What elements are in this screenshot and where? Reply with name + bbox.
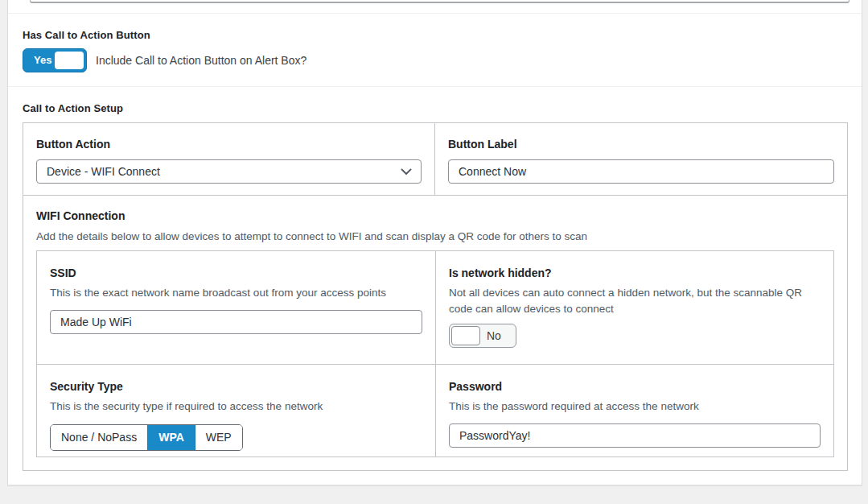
cta-toggle-knob xyxy=(55,52,84,69)
wifi-connection-section: WIFI Connection Add the details below to… xyxy=(23,196,847,470)
cta-toggle-caption: Include Call to Action Button on Alert B… xyxy=(96,54,306,67)
button-action-field: Button Action Device - WIFI Connect xyxy=(23,123,435,195)
ssid-field: SSID This is the exact network name broa… xyxy=(37,251,436,365)
password-description: This is the password required at access … xyxy=(449,399,821,415)
security-type-field: Security Type This is the security type … xyxy=(37,365,436,456)
has-cta-section: Has Call to Action Button Yes Include Ca… xyxy=(8,29,862,72)
hidden-network-toggle-knob xyxy=(451,326,480,345)
cta-setup-section: Call to Action Setup xyxy=(8,102,862,114)
button-label-label: Button Label xyxy=(448,138,834,151)
chevron-down-icon xyxy=(401,168,412,176)
password-input[interactable] xyxy=(449,423,821,448)
button-action-selected-value: Device - WIFI Connect xyxy=(47,165,160,178)
cta-setup-box: Button Action Device - WIFI Connect Butt… xyxy=(23,122,848,471)
security-type-segmented-control: None / NoPass WPA WEP xyxy=(50,424,243,451)
wifi-settings-grid: SSID This is the exact network name broa… xyxy=(36,250,834,457)
section-divider xyxy=(8,86,862,87)
hidden-network-toggle-state-label: No xyxy=(487,324,501,347)
hidden-network-toggle[interactable]: No xyxy=(449,324,516,348)
cta-toggle[interactable]: Yes xyxy=(23,48,87,72)
settings-panel: Has Call to Action Button Yes Include Ca… xyxy=(7,0,862,485)
security-type-label: Security Type xyxy=(50,380,422,393)
ssid-input[interactable] xyxy=(50,310,422,334)
security-option-nopass[interactable]: None / NoPass xyxy=(51,425,148,450)
hidden-network-field: Is network hidden? Not all devices can a… xyxy=(436,251,833,365)
security-option-wpa[interactable]: WPA xyxy=(148,425,195,450)
ssid-label: SSID xyxy=(50,266,422,279)
wifi-connection-description: Add the details below to allow devices t… xyxy=(36,230,834,242)
button-action-select[interactable]: Device - WIFI Connect xyxy=(36,159,422,184)
hidden-network-description: Not all devices can auto connect a hidde… xyxy=(449,285,821,316)
cta-toggle-state-label: Yes xyxy=(34,49,51,72)
security-type-description: This is the security type if required to… xyxy=(50,399,422,415)
password-label: Password xyxy=(449,380,821,393)
button-label-field: Button Label xyxy=(435,123,847,195)
button-label-input[interactable] xyxy=(448,159,834,184)
ssid-description: This is the exact network name broadcast… xyxy=(50,285,422,301)
hidden-network-label: Is network hidden? xyxy=(449,266,821,279)
cta-setup-heading: Call to Action Setup xyxy=(23,102,847,114)
cutoff-input-bottom-edge[interactable] xyxy=(30,0,849,3)
section-divider xyxy=(8,13,862,14)
wifi-connection-heading: WIFI Connection xyxy=(36,209,834,222)
security-option-wep[interactable]: WEP xyxy=(195,425,242,450)
button-action-label: Button Action xyxy=(36,138,422,151)
settings-page: Has Call to Action Button Yes Include Ca… xyxy=(0,0,868,504)
setup-top-row: Button Action Device - WIFI Connect Butt… xyxy=(23,123,847,196)
has-cta-heading: Has Call to Action Button xyxy=(23,29,847,41)
password-field: Password This is the password required a… xyxy=(436,365,833,456)
